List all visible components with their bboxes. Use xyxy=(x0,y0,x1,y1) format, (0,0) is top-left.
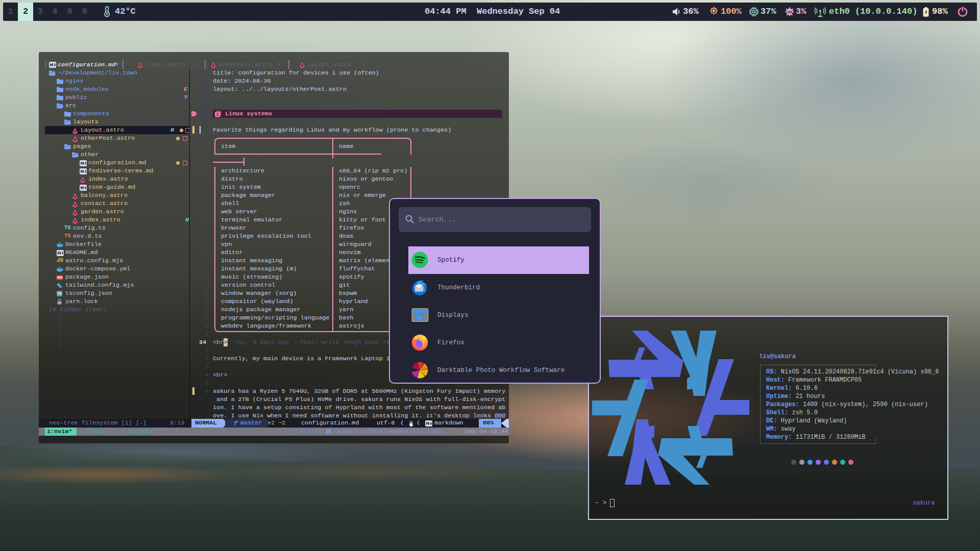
svg-text:GN: GN xyxy=(787,10,792,14)
svg-text:1: 1 xyxy=(216,112,219,117)
